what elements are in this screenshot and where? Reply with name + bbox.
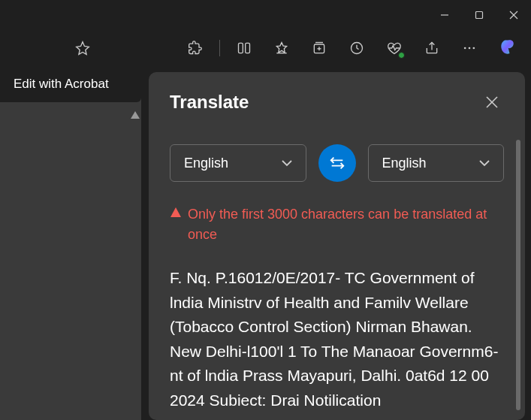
maximize-button[interactable]: [462, 0, 496, 30]
svg-point-14: [469, 47, 471, 50]
panel-title: Translate: [170, 92, 249, 113]
history-icon[interactable]: [342, 33, 372, 63]
favorites-list-icon[interactable]: [267, 33, 297, 63]
translated-text: F. Nq. P.16012/0E/2017- TC Government of…: [170, 266, 504, 412]
collections-icon[interactable]: [304, 33, 334, 63]
status-dot: [398, 52, 405, 59]
from-language-select[interactable]: English: [170, 144, 306, 182]
main-area: Edit with Acrobat Translate English Engl…: [0, 66, 531, 420]
extensions-icon[interactable]: [180, 33, 210, 63]
from-language-label: English: [184, 156, 228, 171]
svg-rect-5: [246, 43, 250, 53]
browser-toolbar: [0, 30, 531, 66]
minimize-button[interactable]: [427, 0, 462, 30]
svg-rect-1: [476, 12, 483, 19]
warning-icon: [170, 207, 182, 219]
swap-languages-button[interactable]: [318, 144, 356, 182]
scroll-up-icon[interactable]: [131, 111, 140, 119]
svg-point-13: [464, 47, 466, 50]
to-language-label: English: [382, 156, 427, 171]
svg-rect-4: [239, 43, 243, 53]
more-icon[interactable]: [454, 33, 484, 63]
close-window-button[interactable]: [496, 0, 531, 30]
chevron-down-icon: [282, 159, 292, 167]
warning-message: Only the first 3000 characters can be tr…: [170, 204, 504, 245]
close-panel-button[interactable]: [480, 90, 504, 114]
copilot-icon[interactable]: [492, 33, 522, 63]
warning-text: Only the first 3000 characters can be tr…: [188, 204, 504, 245]
favorite-icon[interactable]: [68, 33, 98, 63]
edit-acrobat-button[interactable]: Edit with Acrobat: [0, 66, 141, 102]
window-titlebar: [0, 0, 531, 30]
language-row: English English: [170, 144, 504, 182]
split-screen-icon[interactable]: [229, 33, 259, 63]
share-icon[interactable]: [417, 33, 447, 63]
translate-panel: Translate English English Only the first…: [149, 72, 525, 420]
to-language-select[interactable]: English: [368, 144, 505, 182]
health-icon[interactable]: [379, 33, 409, 63]
panel-scrollbar[interactable]: [516, 140, 520, 410]
svg-point-15: [473, 47, 475, 50]
document-pane: Edit with Acrobat: [0, 66, 141, 420]
toolbar-divider: [219, 40, 220, 56]
chevron-down-icon: [479, 159, 490, 167]
